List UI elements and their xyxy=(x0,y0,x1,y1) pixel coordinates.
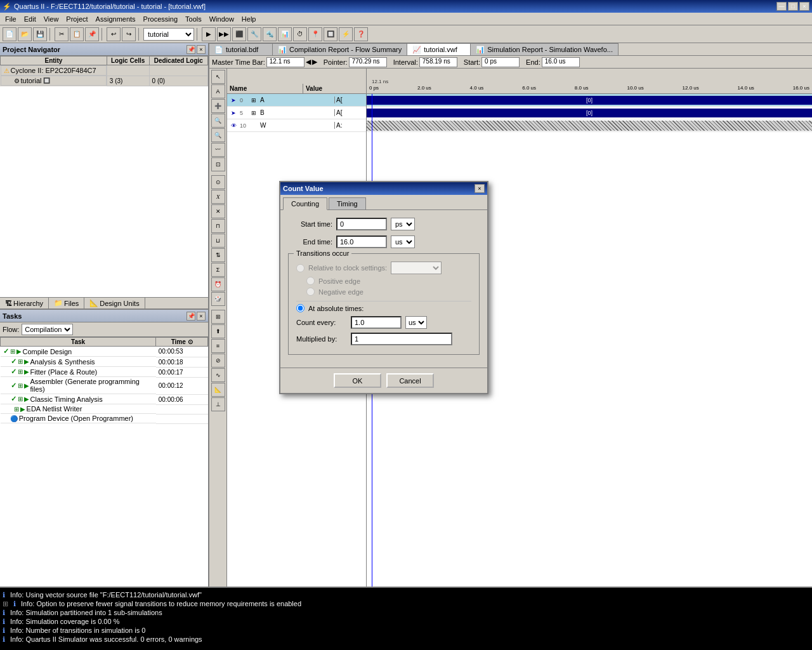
menu-tools[interactable]: Tools xyxy=(181,14,206,24)
table-row[interactable]: ✓ ⊞ ▶ Analysis & Synthesis 00:00:18 xyxy=(1,357,208,367)
dialog-tab-counting[interactable]: Counting xyxy=(283,197,327,210)
multiplied-by-input[interactable] xyxy=(351,333,452,345)
cursor-tool[interactable]: 𝑋 xyxy=(211,190,225,204)
cut-btn[interactable]: ✂ xyxy=(55,27,69,41)
radio-absolute[interactable] xyxy=(296,304,304,312)
tech-btn[interactable]: 🔩 xyxy=(263,27,277,41)
compile-btn[interactable]: ▶ xyxy=(202,27,216,41)
nav-pin-btn[interactable]: 📌 xyxy=(187,45,195,54)
menu-view[interactable]: View xyxy=(40,14,63,24)
nav-right-btn[interactable]: ▶ xyxy=(312,58,317,66)
tab-sim-report[interactable]: 📊 Simulation Report - Simulation Wavefo.… xyxy=(471,43,619,55)
menu-edit[interactable]: Edit xyxy=(20,14,40,24)
signal-row-a[interactable]: ➤ 0 ⊞ A A[ xyxy=(227,94,366,107)
bus-tool[interactable]: ≡ xyxy=(211,339,225,353)
radio-negative[interactable] xyxy=(306,288,315,296)
toggle-tool[interactable]: ⇅ xyxy=(211,248,225,262)
high-tool[interactable]: ⊓ xyxy=(211,219,225,233)
cancel-button[interactable]: Cancel xyxy=(386,373,434,388)
fit-tool[interactable]: ⊡ xyxy=(211,157,225,171)
menu-project[interactable]: Project xyxy=(62,14,91,24)
signal-row-b[interactable]: ➤ 5 ⊞ B A[ xyxy=(227,107,366,119)
nav-left-btn[interactable]: ◀ xyxy=(306,58,311,66)
new-btn[interactable]: 📄 xyxy=(3,27,16,41)
low-tool[interactable]: ⊔ xyxy=(211,234,225,248)
snap2-tool[interactable]: 📐 xyxy=(211,383,225,397)
xover-tool[interactable]: ✕ xyxy=(211,204,225,218)
radio-relative[interactable] xyxy=(296,264,304,272)
nav-tab-files[interactable]: 📁 Files xyxy=(49,298,84,308)
stop-btn[interactable]: ⬛ xyxy=(232,27,246,41)
close-button[interactable]: × xyxy=(799,2,809,11)
menu-file[interactable]: File xyxy=(1,14,20,24)
run-btn[interactable]: ▶▶ xyxy=(217,27,231,41)
dialog-close-btn[interactable]: × xyxy=(475,184,485,193)
minimize-button[interactable]: — xyxy=(776,2,787,11)
tab-vwf[interactable]: 📈 tutorial.vwf xyxy=(407,43,471,55)
arrow-tool[interactable]: ⬆ xyxy=(211,324,225,338)
clock-tool[interactable]: ⏰ xyxy=(211,277,225,291)
sim-btn[interactable]: 📊 xyxy=(278,27,292,41)
expand-icon[interactable]: ⊞ xyxy=(3,599,8,608)
redo-btn[interactable]: ↪ xyxy=(122,27,136,41)
count-tool[interactable]: Σ xyxy=(211,263,225,277)
project-combo[interactable]: tutorial xyxy=(143,28,194,41)
tab-comp-report[interactable]: 📊 Compilation Report - Flow Summary xyxy=(273,43,407,55)
undo-btn[interactable]: ↩ xyxy=(107,27,121,41)
menu-window[interactable]: Window xyxy=(206,14,238,24)
snap-tool[interactable]: ⊙ xyxy=(211,175,225,189)
end-time-unit[interactable]: ps ns us xyxy=(391,235,415,248)
ok-button[interactable]: OK xyxy=(334,373,381,388)
tasks-close-btn[interactable]: × xyxy=(197,312,206,321)
nav-close-btn[interactable]: × xyxy=(197,45,206,54)
menu-processing[interactable]: Processing xyxy=(140,14,181,24)
signal-row-w[interactable]: 👁 10 W A: xyxy=(227,119,366,132)
pin-btn[interactable]: 📍 xyxy=(308,27,322,41)
table-row[interactable]: ✓ ⊞ ▶ Classic Timing Analysis 00:00:06 xyxy=(1,394,208,404)
table-row[interactable]: ✓ ⊞ ▶ Fitter (Place & Route) 00:00:17 xyxy=(1,367,208,377)
zoom-in-tool[interactable]: 🔍 xyxy=(211,114,225,128)
text-tool[interactable]: A xyxy=(211,84,225,98)
align-tool[interactable]: ⊥ xyxy=(211,397,225,411)
nav-tab-design-units[interactable]: 📐 Design Units xyxy=(84,298,145,308)
end-time-input[interactable] xyxy=(336,235,387,248)
rand-tool[interactable]: 🎲 xyxy=(211,292,225,306)
power-btn[interactable]: ⚡ xyxy=(339,27,353,41)
chip-btn[interactable]: 🔲 xyxy=(324,27,337,41)
paste-btn[interactable]: 📌 xyxy=(85,27,99,41)
start-time-input[interactable] xyxy=(336,218,387,230)
tab-bdf[interactable]: 📄 tutorial.bdf xyxy=(209,43,273,55)
zoom-out-tool[interactable]: 🔍 xyxy=(211,128,225,142)
table-row[interactable]: ⊞ ▶ EDA Netlist Writer xyxy=(1,404,208,414)
help2-btn[interactable]: ❓ xyxy=(354,27,368,41)
task-time: 00:00:18 xyxy=(156,357,208,367)
menu-help[interactable]: Help xyxy=(238,14,260,24)
sig-a-expand[interactable]: ⊞ xyxy=(251,97,260,103)
grid-tool[interactable]: ⊞ xyxy=(211,310,225,324)
pointer-tool[interactable]: ↖ xyxy=(211,70,225,84)
flow-select[interactable]: Compilation xyxy=(22,324,73,335)
tasks-pin-btn[interactable]: 📌 xyxy=(187,312,195,321)
open-btn[interactable]: 📂 xyxy=(18,27,32,41)
table-row[interactable]: ✓ ⊞ ▶ Compile Design 00:00:53 xyxy=(1,347,208,357)
sig-b-expand[interactable]: ⊞ xyxy=(251,110,260,116)
rtl-btn[interactable]: 🔧 xyxy=(247,27,261,41)
copy-btn[interactable]: 📋 xyxy=(70,27,84,41)
radio-positive[interactable] xyxy=(306,277,315,285)
time-btn[interactable]: ⏱ xyxy=(293,27,307,41)
inv-tool[interactable]: ⊘ xyxy=(211,354,225,368)
maximize-button[interactable]: □ xyxy=(788,2,798,11)
save-btn[interactable]: 💾 xyxy=(33,27,47,41)
wave2-tool[interactable]: ∿ xyxy=(211,368,225,382)
menu-assignments[interactable]: Assignments xyxy=(92,14,140,24)
count-every-unit[interactable]: ps ns us xyxy=(405,316,427,329)
table-row[interactable]: 🔵 Program Device (Open Programmer) xyxy=(1,414,208,423)
dialog-tab-timing[interactable]: Timing xyxy=(329,197,366,209)
count-every-input[interactable] xyxy=(351,316,402,329)
table-row[interactable]: ✓ ⊞ ▶ Assembler (Generate programming fi… xyxy=(1,377,208,394)
nav-tab-hierarchy[interactable]: 🏗 Hierarchy xyxy=(0,298,49,308)
wave-tool[interactable]: 〰 xyxy=(211,143,225,157)
clock-select[interactable] xyxy=(391,262,442,274)
start-time-unit[interactable]: ps ns us xyxy=(391,218,415,230)
node-tool[interactable]: ➕ xyxy=(211,99,225,113)
